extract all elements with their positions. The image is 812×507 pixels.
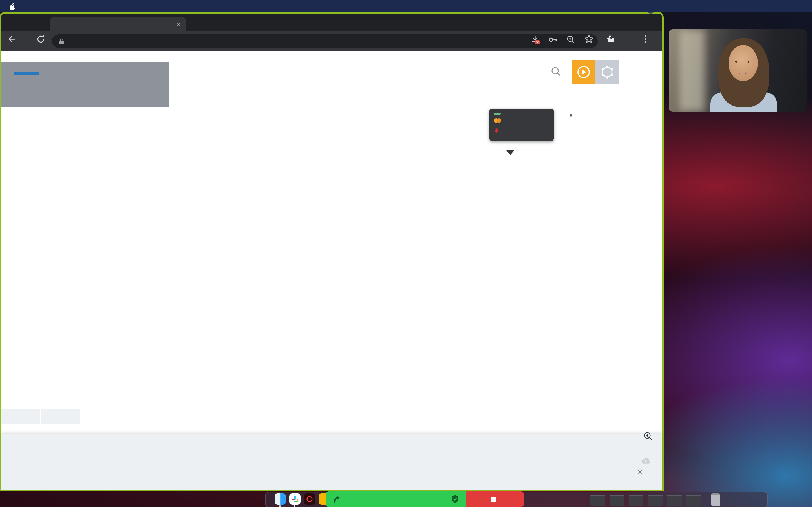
sidebar-header	[1, 62, 169, 107]
run-analysis-button[interactable]	[572, 60, 596, 84]
dock-window-thumbnail[interactable]	[686, 495, 701, 506]
close-panel-button[interactable]: ×	[637, 466, 643, 478]
expression-bar-chart[interactable]	[189, 248, 375, 390]
window-light	[679, 29, 705, 112]
zoom-cursor	[644, 432, 653, 443]
dock-window-thumbnail[interactable]	[629, 495, 644, 506]
screen-sharing-bar	[326, 491, 466, 507]
dock-window-thumbnail[interactable]	[648, 495, 663, 506]
dock-window-thumbnail[interactable]	[591, 495, 605, 506]
dock-window-thumbnail[interactable]	[610, 495, 624, 506]
webcam-overlay	[669, 29, 807, 112]
dock-slack-icon[interactable]	[289, 494, 301, 505]
desktop: × +	[0, 0, 812, 507]
sample-tube-icon	[494, 126, 500, 136]
person	[735, 61, 737, 62]
apple-menu-icon[interactable]	[8, 2, 15, 10]
clustered-heatmap[interactable]	[384, 111, 567, 395]
fold-change-thresholds	[75, 450, 88, 500]
tab-lists[interactable]	[41, 409, 80, 424]
heatmap-tooltip	[490, 109, 554, 141]
rosalind-favicon	[55, 20, 63, 27]
reload-icon[interactable]	[36, 34, 46, 44]
forward-icon[interactable]	[21, 34, 31, 44]
zoom-icon[interactable]	[566, 35, 576, 45]
rosalind-logo	[624, 62, 643, 84]
settings-hex-button[interactable]	[596, 60, 619, 84]
browser-tab[interactable]: ×	[50, 17, 186, 31]
close-tab-icon[interactable]: ×	[176, 20, 181, 28]
collapse-chevron-icon[interactable]: ▼	[568, 113, 574, 118]
person	[739, 70, 747, 74]
volcano-plot[interactable]	[189, 111, 375, 244]
tab-info[interactable]	[1, 409, 40, 424]
share-arrow-icon	[333, 495, 341, 504]
menu-bar	[0, 0, 812, 12]
dock-finder-icon[interactable]	[274, 494, 286, 505]
extensions-puzzle-icon[interactable]	[606, 34, 615, 44]
accent-bar	[14, 72, 39, 75]
bottom-info-panel	[1, 434, 662, 490]
back-icon[interactable]	[7, 34, 16, 44]
address-bar[interactable]	[52, 34, 598, 48]
running-indicator	[294, 505, 295, 507]
group-icon	[494, 118, 501, 123]
dock-trash-icon[interactable]	[711, 494, 720, 506]
dock-window-thumbnail[interactable]	[667, 495, 682, 506]
stop-share-button[interactable]	[466, 491, 524, 507]
key-icon[interactable]	[548, 36, 558, 44]
person-face	[728, 45, 758, 81]
shield-check-icon	[451, 495, 459, 504]
tooltip-gene-badge	[494, 113, 501, 115]
download-gene-info-icon[interactable]	[641, 456, 650, 466]
stop-icon	[490, 497, 495, 502]
dock-adobe-icon[interactable]	[304, 494, 315, 505]
download-icon[interactable]	[530, 35, 540, 45]
pathways-panel: ▼	[568, 113, 663, 118]
person	[748, 61, 749, 62]
bookmark-star-icon[interactable]	[584, 34, 594, 44]
menu-dots-icon[interactable]	[644, 34, 647, 44]
tooltip-arrow	[506, 151, 514, 155]
running-indicator	[279, 505, 281, 507]
profile-avatar-pinwheel[interactable]	[623, 34, 634, 45]
lock-icon	[59, 38, 65, 45]
app-search-icon[interactable]	[550, 66, 562, 79]
